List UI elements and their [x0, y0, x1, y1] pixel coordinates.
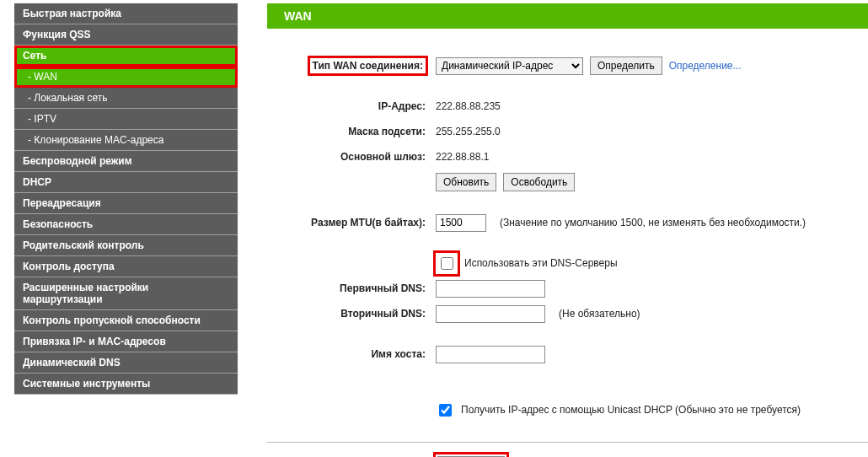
- use-dns-label: Использовать эти DNS-Серверы: [464, 257, 618, 269]
- use-dns-checkbox[interactable]: [441, 257, 453, 270]
- dns2-note: (Не обязательно): [559, 308, 640, 320]
- sidebar-item-bandwidth[interactable]: Контроль пропускной способности: [14, 310, 238, 331]
- refresh-button[interactable]: Обновить: [436, 173, 496, 191]
- use-dns-checkbox-highlight: [436, 253, 458, 274]
- host-input[interactable]: [436, 346, 545, 363]
- sidebar-item-wireless[interactable]: Беспроводной режим: [14, 151, 238, 172]
- host-label: Имя хоста:: [267, 348, 436, 360]
- sidebar-item-routing[interactable]: Расширенные настройки маршрутизации: [14, 277, 238, 310]
- gw-value: 222.88.88.1: [436, 151, 554, 163]
- sidebar: Быстрая настройка Функция QSS Сеть - WAN…: [0, 0, 238, 457]
- dns2-input[interactable]: [436, 305, 545, 323]
- mtu-label: Размер MTU(в байтах):: [267, 217, 436, 228]
- wan-conn-type-select[interactable]: Динамический IP-адрес: [436, 57, 583, 75]
- ip-label: IP-Адрес:: [267, 100, 436, 112]
- wan-conn-type-label: Тип WAN соединения:: [310, 58, 426, 73]
- unicast-checkbox[interactable]: [439, 404, 452, 417]
- sidebar-item-lan[interactable]: - Локальная сеть: [14, 88, 238, 109]
- sidebar-item-network[interactable]: Сеть: [14, 46, 238, 67]
- mtu-input[interactable]: [436, 214, 486, 232]
- sidebar-item-ip-mac-binding[interactable]: Привязка IP- и MAC-адресов: [14, 331, 238, 352]
- detect-button[interactable]: Определить: [590, 56, 662, 75]
- ip-value: 222.88.88.235: [436, 100, 554, 112]
- sidebar-item-iptv[interactable]: - IPTV: [14, 109, 238, 130]
- sidebar-item-security[interactable]: Безопасность: [14, 214, 238, 235]
- sidebar-item-parental[interactable]: Родительский контроль: [14, 235, 238, 256]
- detect-link[interactable]: Определение...: [669, 60, 742, 72]
- release-button[interactable]: Освободить: [503, 173, 575, 191]
- mask-value: 255.255.255.0: [436, 126, 554, 137]
- sidebar-item-wan[interactable]: - WAN: [14, 67, 238, 88]
- sidebar-item-access-control[interactable]: Контроль доступа: [14, 256, 238, 277]
- sidebar-item-ddns[interactable]: Динамический DNS: [14, 352, 238, 374]
- dns1-label: Первичный DNS:: [267, 282, 436, 294]
- page-title: WAN: [267, 3, 868, 29]
- mask-label: Маска подсети:: [267, 126, 436, 137]
- mtu-note: (Значение по умолчанию 1500, не изменять…: [500, 217, 806, 228]
- unicast-label: Получить IP-адрес с помощью Unicast DHCP…: [461, 404, 801, 416]
- dns2-label: Вторичный DNS:: [267, 308, 436, 320]
- sidebar-item-qss[interactable]: Функция QSS: [14, 24, 238, 46]
- dns1-input[interactable]: [436, 280, 545, 298]
- sidebar-item-forwarding[interactable]: Переадресация: [14, 193, 238, 214]
- sidebar-item-system-tools[interactable]: Системные инструменты: [14, 374, 238, 395]
- separator: [267, 442, 868, 443]
- main: WAN Тип WAN соединения: Динамический IP-…: [238, 0, 868, 457]
- gw-label: Основной шлюз:: [267, 151, 436, 163]
- sidebar-item-dhcp[interactable]: DHCP: [14, 172, 238, 193]
- sidebar-item-mac-clone[interactable]: - Клонирование MAC-адреса: [14, 130, 238, 151]
- sidebar-item-quick-setup[interactable]: Быстрая настройка: [14, 3, 238, 24]
